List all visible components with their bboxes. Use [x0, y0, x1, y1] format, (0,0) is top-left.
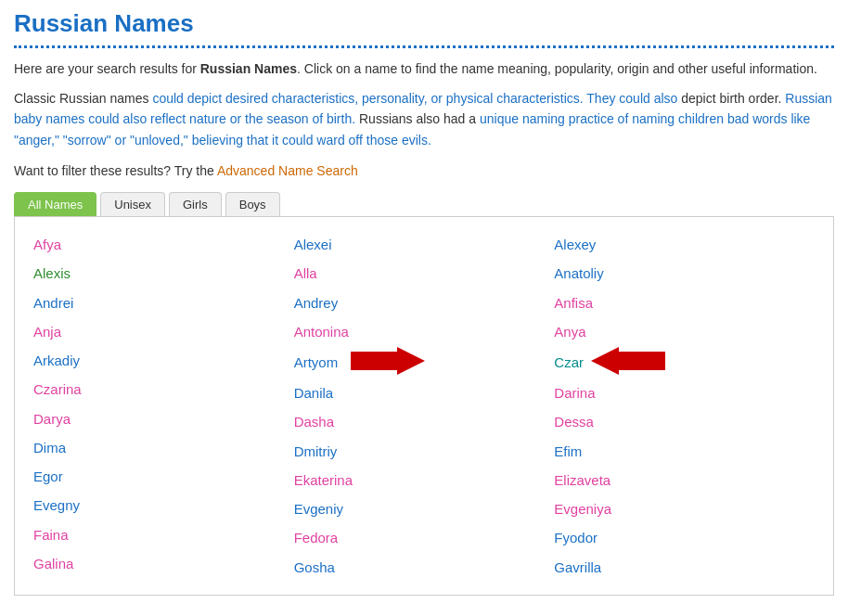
name-dasha[interactable]: Dasha	[294, 408, 555, 435]
advanced-name-search-link[interactable]: Advanced Name Search	[217, 163, 358, 178]
name-evgeniy[interactable]: Evgeniy	[294, 495, 555, 522]
name-faina[interactable]: Faina	[33, 521, 294, 548]
name-gosha[interactable]: Gosha	[294, 554, 555, 581]
tab-boys[interactable]: Boys	[225, 192, 280, 216]
name-fedora[interactable]: Fedora	[294, 524, 555, 551]
name-antonina[interactable]: Antonina	[294, 318, 555, 345]
name-elizaveta[interactable]: Elizaveta	[554, 467, 815, 494]
names-column-2: Alexei Alla Andrey Antonina Artyom Danil…	[294, 231, 555, 581]
name-evegny[interactable]: Evegny	[33, 492, 294, 519]
names-container: Afya Alexis Andrei Anja Arkadiy Czarina …	[14, 216, 834, 596]
name-andrey[interactable]: Andrey	[294, 289, 555, 316]
intro-text-end: . Click on a name to find the name meani…	[297, 61, 817, 76]
svg-marker-1	[591, 347, 665, 375]
name-gavrilla[interactable]: Gavrilla	[554, 554, 815, 581]
names-grid: Afya Alexis Andrei Anja Arkadiy Czarina …	[33, 231, 815, 581]
name-darina[interactable]: Darina	[554, 379, 815, 406]
title-divider	[14, 45, 834, 48]
name-egor[interactable]: Egor	[33, 463, 294, 490]
name-andrei[interactable]: Andrei	[33, 289, 294, 316]
names-column-3: Alexey Anatoliy Anfisa Anya Czar Darina …	[554, 231, 815, 581]
name-anja[interactable]: Anja	[33, 318, 294, 345]
name-alla[interactable]: Alla	[294, 260, 555, 287]
name-darya[interactable]: Darya	[33, 405, 294, 432]
name-dmitriy[interactable]: Dmitriy	[294, 438, 555, 465]
name-efim[interactable]: Efim	[554, 438, 815, 465]
name-filter-tabs: All Names Unisex Girls Boys	[14, 192, 834, 216]
description-paragraph: Classic Russian names could depict desir…	[14, 88, 834, 150]
intro-text-start: Here are your search results for	[14, 61, 200, 76]
names-column-1: Afya Alexis Andrei Anja Arkadiy Czarina …	[33, 231, 294, 581]
name-anatoliy[interactable]: Anatoliy	[554, 260, 815, 287]
svg-marker-0	[351, 347, 425, 375]
name-alexey[interactable]: Alexey	[554, 231, 815, 258]
intro-paragraph: Here are your search results for Russian…	[14, 59, 834, 79]
filter-text-label: Want to filter these results? Try the	[14, 163, 217, 178]
name-alexei[interactable]: Alexei	[294, 231, 555, 258]
name-anfisa[interactable]: Anfisa	[554, 289, 815, 316]
name-evgeniya[interactable]: Evgeniya	[554, 495, 815, 522]
name-afya[interactable]: Afya	[33, 231, 294, 258]
tab-girls[interactable]: Girls	[169, 192, 222, 216]
name-danila[interactable]: Danila	[294, 379, 555, 406]
name-ekaterina[interactable]: Ekaterina	[294, 467, 555, 494]
left-arrow-icon	[591, 347, 665, 378]
name-artyom[interactable]: Artyom	[294, 349, 339, 376]
filter-paragraph: Want to filter these results? Try the Ad…	[14, 161, 834, 181]
name-anya[interactable]: Anya	[554, 318, 815, 345]
name-galina[interactable]: Galina	[33, 550, 294, 577]
artyom-row: Artyom	[294, 347, 555, 378]
name-dessa[interactable]: Dessa	[554, 408, 815, 435]
name-czarina[interactable]: Czarina	[33, 376, 294, 403]
right-arrow-icon	[351, 347, 425, 378]
name-fyodor[interactable]: Fyodor	[554, 524, 815, 551]
tab-unisex[interactable]: Unisex	[100, 192, 165, 216]
desc-highlight-1: could depict desired characteristics, pe…	[152, 91, 677, 106]
name-alexis[interactable]: Alexis	[33, 260, 294, 287]
czar-row: Czar	[554, 347, 815, 378]
name-arkadiy[interactable]: Arkadiy	[33, 347, 294, 374]
tab-all-names[interactable]: All Names	[14, 192, 96, 216]
name-czar[interactable]: Czar	[554, 349, 584, 376]
intro-bold: Russian Names	[200, 61, 297, 76]
name-dima[interactable]: Dima	[33, 434, 294, 461]
page-title: Russian Names	[14, 9, 834, 38]
